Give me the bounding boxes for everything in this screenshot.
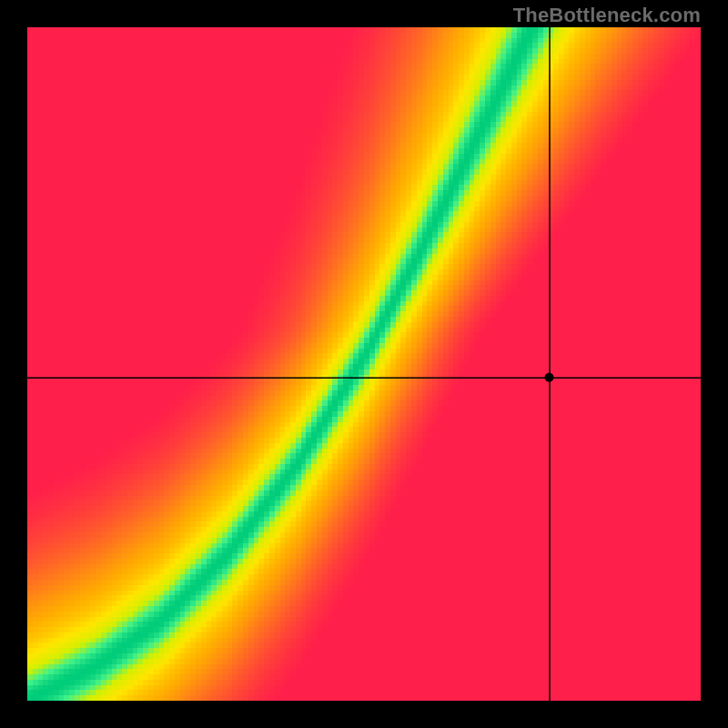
watermark-label: TheBottleneck.com — [513, 4, 701, 27]
chart-frame: TheBottleneck.com — [0, 0, 728, 728]
heatmap-plot-area — [27, 27, 701, 701]
heatmap-canvas — [27, 27, 701, 701]
